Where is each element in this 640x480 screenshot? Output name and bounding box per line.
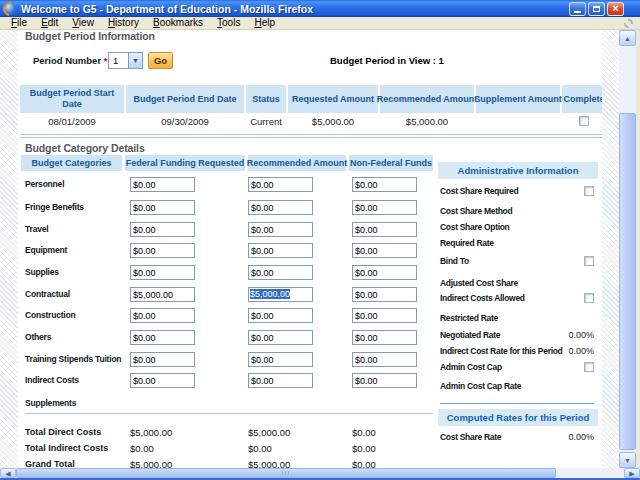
admin-label: Indirect Costs Allowed [440,293,525,303]
non-federal-funds-input[interactable] [352,243,417,258]
title-bar[interactable]: Welcome to G5 - Department of Education … [0,0,640,17]
category-label: Supplements [25,398,76,408]
scrollbar-grip [282,471,290,475]
recommended-amount-input[interactable] [248,330,313,345]
computed-label: Cost Share Rate [440,432,501,442]
menu-help[interactable]: Help [247,17,282,29]
admin-label: Restricted Rate [440,313,498,323]
federal-funding-input[interactable] [130,352,195,367]
admin-label: Negotiated Rate [440,330,500,340]
section-title-budget-period: Budget Period Information [25,30,155,42]
bind-to-checkbox[interactable] [584,256,594,266]
menu-edit[interactable]: Edit [34,17,65,29]
budget-period-in-view: Budget Period in View : 1 [330,55,444,66]
col-header-supplement: Supplement Amount [476,85,560,113]
recommended-amount-input[interactable] [248,308,313,323]
admin-item-cost-share-option: Cost Share Option [440,222,594,232]
recommended-amount-input[interactable] [248,243,313,258]
non-federal-funds-input[interactable] [352,177,417,192]
window-controls: × [569,2,624,16]
indirect-costs-allowed-checkbox[interactable] [584,293,594,303]
category-table-header: Budget Categories Federal Funding Reques… [21,155,433,171]
federal-funding-input[interactable] [130,308,195,323]
total-non-federal: $0.00 [352,427,376,438]
category-label: Training Stipends Tuition [25,354,121,364]
category-label: Personnel [25,179,64,189]
minimize-button[interactable] [569,2,586,16]
divider-line [20,137,607,138]
recommended-amount-input[interactable] [248,177,313,192]
complete-checkbox[interactable] [579,116,589,126]
menu-file[interactable]: File [4,17,34,29]
non-federal-funds-input[interactable] [352,222,417,237]
federal-funding-input[interactable] [130,177,195,192]
menu-history[interactable]: History [101,17,146,29]
col-header-non-federal-funds: Non-Federal Funds [349,155,433,171]
firefox-window: Budget Period Information Period Number … [0,0,640,480]
scroll-right-arrow-icon[interactable]: ▶ [624,468,640,478]
col-header-federal-funding: Federal Funding Requested [125,155,245,171]
scroll-down-arrow-icon[interactable]: ▼ [619,452,636,468]
recommended-amount-input[interactable] [248,222,313,237]
federal-funding-input[interactable] [130,265,195,280]
category-label: Others [25,332,51,342]
recommended-amount-input-selected[interactable]: $5,000.00 [248,287,313,302]
recommended-amount-input[interactable] [248,265,313,280]
non-federal-funds-input[interactable] [352,330,417,345]
non-federal-funds-input[interactable] [352,200,417,215]
horizontal-scrollbar-thumb[interactable] [16,468,556,478]
menu-bar: File Edit View History Bookmarks Tools H… [0,17,640,30]
supplement-amount-value [476,113,560,129]
total-recommended: $5,000.00 [248,427,290,438]
period-number-row: Period Number * [33,55,107,66]
non-federal-funds-input[interactable] [352,308,417,323]
admin-item-indirect-costs-allowed: Indirect Costs Allowed [440,293,594,303]
horizontal-scrollbar[interactable]: ◀ ▶ [0,468,640,478]
non-federal-funds-input[interactable] [352,265,417,280]
period-number-select[interactable]: 1 ▼ [108,52,143,69]
non-federal-funds-input[interactable] [352,373,417,388]
federal-funding-input[interactable] [130,200,195,215]
col-header-requested: Requested Amount [288,85,378,113]
menu-bookmarks[interactable]: Bookmarks [146,17,210,29]
admin-label: Cost Share Option [440,222,510,232]
federal-funding-input[interactable] [130,373,195,388]
federal-funding-input[interactable] [130,330,195,345]
admin-divider-line [440,403,594,404]
period-table-header: Budget Period Start Date Budget Period E… [20,85,606,113]
federal-funding-input[interactable] [130,222,195,237]
scroll-left-arrow-icon[interactable]: ◀ [0,468,16,478]
vertical-scrollbar-thumb[interactable] [619,113,636,450]
non-federal-funds-input[interactable] [352,287,417,302]
menu-tools[interactable]: Tools [210,17,247,29]
period-number-value: 1 [109,53,128,68]
computed-rates-header: Computed Rates for this Period [438,409,598,426]
recommended-amount-input[interactable] [248,200,313,215]
computed-item-cost-share-rate: Cost Share Rate 0.00% [440,432,594,442]
admin-cost-cap-checkbox[interactable] [584,362,594,372]
go-button[interactable]: Go [148,52,173,69]
window-title: Welcome to G5 - Department of Education … [21,3,569,15]
category-label: Fringe Benefits [25,202,84,212]
cost-share-required-checkbox[interactable] [584,186,594,196]
chevron-down-icon[interactable]: ▼ [128,53,142,68]
vertical-scrollbar[interactable]: ▲ ▼ [619,30,636,468]
recommended-amount-input[interactable] [248,373,313,388]
admin-item-required-rate: Required Rate [440,238,594,248]
federal-funding-input[interactable] [130,243,195,258]
admin-label: Adjusted Cost Share [440,278,518,288]
menu-view[interactable]: View [65,17,101,29]
admin-info-header: Administrative Information [438,162,598,179]
admin-value: 0.00% [568,346,594,356]
non-federal-funds-input[interactable] [352,352,417,367]
close-button[interactable]: × [607,2,624,16]
admin-label: Required Rate [440,238,494,248]
maximize-button[interactable] [588,2,605,16]
section-title-category-details: Budget Category Details [25,142,145,154]
total-label: Total Indirect Costs [25,443,108,453]
category-label: Supplies [25,267,59,277]
federal-funding-input[interactable] [130,287,195,302]
admin-item-adjusted-cost-share: Adjusted Cost Share [440,278,594,288]
recommended-amount-input[interactable] [248,352,313,367]
scroll-up-arrow-icon[interactable]: ▲ [619,30,636,46]
